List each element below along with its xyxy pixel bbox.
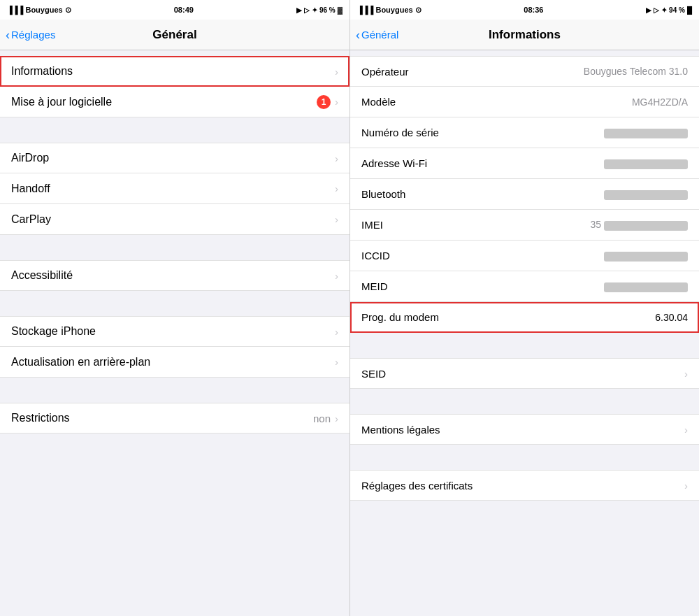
seid-label: SEID — [361, 368, 466, 380]
airdrop-item[interactable]: AirDrop › — [0, 143, 350, 173]
restrictions-value: non — [313, 413, 331, 424]
right-location-icon: ▷ — [654, 6, 659, 14]
left-group-4: Stockage iPhone › Actualisation en arriè… — [0, 316, 350, 378]
mentions-label: Mentions légales — [361, 424, 466, 436]
imei-row: IMEI 35 — [350, 210, 699, 241]
sep-4 — [0, 378, 350, 403]
imei-label: IMEI — [361, 219, 466, 231]
right-sep-1 — [350, 333, 699, 358]
accessibilite-item[interactable]: Accessibilité › — [0, 260, 350, 291]
right-status-icons: ▶ ▷ ✦ 94 % █ — [646, 6, 692, 14]
mise-a-jour-item[interactable]: Mise à jour logicielle 1 › — [0, 87, 350, 117]
informations-chevron: › — [335, 66, 338, 78]
airdrop-chevron: › — [335, 152, 338, 164]
stockage-item[interactable]: Stockage iPhone › — [0, 316, 350, 347]
mentions-chevron: › — [684, 424, 688, 436]
wifi-addr-label: Adresse Wi-Fi — [361, 157, 466, 169]
certificats-chevron: › — [684, 480, 688, 492]
serie-label: Numéro de série — [361, 127, 466, 138]
wifi-icon: ⊙ — [65, 6, 71, 14]
left-phone-panel: ▐▐▐ Bouygues ⊙ 08:49 ▶ ▷ ✦ 96 % ▓ ‹ Régl… — [0, 0, 350, 616]
left-back-button[interactable]: ‹ Réglages — [6, 29, 55, 41]
modele-value: MG4H2ZD/A — [466, 96, 688, 108]
meid-row: MEID — [350, 271, 699, 302]
restrictions-item[interactable]: Restrictions non › — [0, 403, 350, 434]
imei-blurred — [604, 221, 688, 231]
right-sep-3 — [350, 445, 699, 470]
seid-row[interactable]: SEID › — [350, 358, 699, 389]
mentions-row[interactable]: Mentions légales › — [350, 414, 699, 445]
wifi-addr-value — [466, 157, 688, 169]
left-time: 08:49 — [174, 6, 194, 14]
restrictions-chevron: › — [335, 413, 338, 424]
wifi-row: Adresse Wi-Fi — [350, 148, 699, 179]
left-group-1: Informations › Mise à jour logicielle 1 … — [0, 56, 350, 117]
right-status-bar: ▐▐▐ Bouygues ⊙ 08:36 ▶ ▷ ✦ 94 % █ — [350, 0, 699, 20]
back-chevron-icon: ‹ — [6, 29, 10, 41]
gps-icon: ▶ — [296, 6, 302, 14]
accessibilite-label: Accessibilité — [11, 269, 335, 282]
actualisation-chevron: › — [335, 356, 338, 368]
info-certificats-group: Réglages des certificats › — [350, 470, 699, 501]
right-signal-icon: ▐▐▐ — [357, 6, 373, 14]
handoff-chevron: › — [335, 182, 338, 194]
prog-modem-value: 6.30.04 — [466, 312, 688, 323]
bluetooth-row: Bluetooth — [350, 179, 699, 210]
info-main-group: Opérateur Bouygues Telecom 31.0 Modèle M… — [350, 56, 699, 333]
imei-value: 35 — [466, 219, 688, 230]
right-carrier: ▐▐▐ Bouygues ⊙ — [357, 6, 421, 15]
meid-value — [466, 280, 688, 292]
iccid-row: ICCID — [350, 241, 699, 271]
operateur-value: Bouygues Telecom 31.0 — [466, 66, 688, 77]
update-badge: 1 — [317, 95, 331, 109]
certificats-label: Réglages des certificats — [361, 480, 473, 492]
certificats-row[interactable]: Réglages des certificats › — [350, 470, 699, 501]
carplay-chevron: › — [335, 213, 338, 225]
operateur-row: Opérateur Bouygues Telecom 31.0 — [350, 56, 699, 87]
serie-row: Numéro de série — [350, 117, 699, 148]
right-time: 08:36 — [524, 6, 543, 14]
operateur-label: Opérateur — [361, 66, 466, 78]
right-info-content: Opérateur Bouygues Telecom 31.0 Modèle M… — [350, 50, 699, 616]
left-carrier: ▐▐▐ Bouygues ⊙ — [7, 6, 71, 15]
wifi-blurred — [604, 159, 688, 169]
right-sep-2 — [350, 389, 699, 414]
sep-1 — [0, 117, 350, 143]
right-phone-panel: ▐▐▐ Bouygues ⊙ 08:36 ▶ ▷ ✦ 94 % █ ‹ Géné… — [350, 0, 699, 616]
sep-3 — [0, 291, 350, 316]
accessibilite-chevron: › — [335, 270, 338, 282]
actualisation-label: Actualisation en arrière-plan — [11, 356, 335, 368]
informations-item[interactable]: Informations › — [0, 56, 350, 87]
bluetooth-blurred — [604, 190, 688, 200]
right-bluetooth-icon: ✦ — [661, 6, 667, 14]
signal-icon: ▐▐▐ — [7, 6, 23, 14]
handoff-item[interactable]: Handoff › — [0, 173, 350, 204]
serie-value — [466, 127, 688, 138]
left-nav-title: Général — [152, 28, 196, 42]
serie-blurred — [604, 129, 688, 138]
modele-label: Modèle — [361, 96, 466, 108]
left-status-bar: ▐▐▐ Bouygues ⊙ 08:49 ▶ ▷ ✦ 96 % ▓ — [0, 0, 350, 20]
mise-a-jour-chevron: › — [335, 96, 338, 108]
carplay-item[interactable]: CarPlay › — [0, 204, 350, 235]
actualisation-item[interactable]: Actualisation en arrière-plan › — [0, 347, 350, 378]
restrictions-label: Restrictions — [11, 412, 313, 424]
prog-modem-row: Prog. du modem 6.30.04 — [350, 302, 699, 333]
iccid-label: ICCID — [361, 250, 466, 262]
bluetooth-icon: ✦ — [312, 6, 317, 14]
bluetooth-value — [466, 188, 688, 199]
sep-2 — [0, 235, 350, 260]
handoff-label: Handoff — [11, 182, 335, 195]
right-nav-title: Informations — [489, 28, 561, 42]
right-nav-bar: ‹ Général Informations — [350, 20, 699, 50]
carplay-label: CarPlay — [11, 213, 335, 226]
battery-icon: ▓ — [338, 6, 343, 14]
left-group-3: Accessibilité › — [0, 260, 350, 291]
battery-text: 96 % — [319, 6, 336, 14]
location-icon: ▷ — [304, 6, 310, 14]
right-battery-text: 94 % — [669, 6, 685, 14]
meid-blurred — [604, 282, 688, 292]
seid-chevron: › — [684, 368, 688, 380]
info-seid-group: SEID › — [350, 358, 699, 389]
right-back-button[interactable]: ‹ Général — [356, 29, 398, 41]
